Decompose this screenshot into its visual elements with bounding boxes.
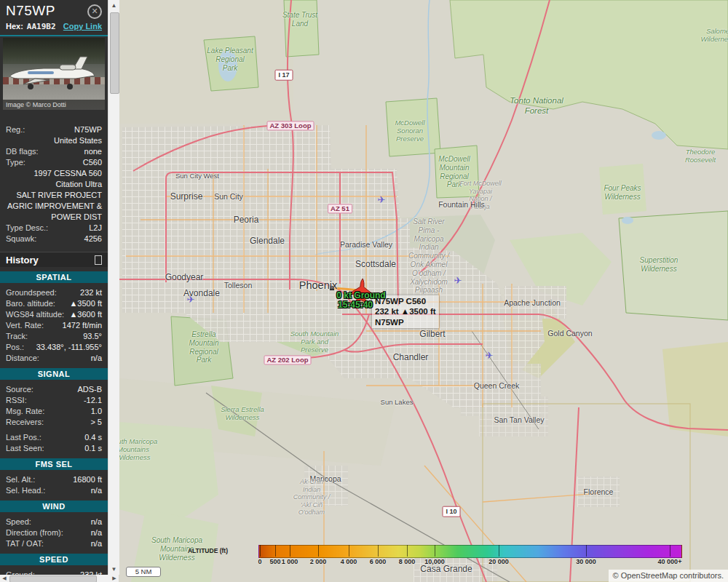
divider	[0, 35, 108, 36]
data-row: Ground:232 kt	[6, 570, 102, 575]
data-row: Speed:n/a	[6, 517, 102, 527]
row-value: 1.0	[91, 406, 102, 417]
data-row: RSSI:-12.1	[6, 395, 102, 406]
hex-value: AA19B2	[27, 22, 56, 31]
trail-label-speed: 0 kt Ground	[336, 290, 385, 300]
row-value: 232 kt	[80, 570, 102, 575]
map-scale-control: 5 NM	[126, 567, 161, 577]
section-header-speed: SPEED	[0, 554, 108, 565]
row-value: 1472 ft/min	[63, 320, 102, 331]
sidebar-vertical-scrollbar[interactable]: ▲ ▼	[108, 0, 119, 575]
data-row: WGS84 altitude:▲3600 ft	[6, 309, 102, 320]
history-label: History	[6, 255, 39, 266]
photo-credit: Image © Marco Dotti	[3, 100, 105, 110]
close-icon[interactable]: ✕	[87, 4, 102, 19]
data-row: Squawk:4256	[6, 234, 102, 244]
data-row: Last Seen:0.1 s	[6, 443, 102, 454]
row-label: WGS84 altitude:	[6, 309, 64, 320]
row-label: Receivers:	[6, 417, 44, 428]
section-rows: Ground:232 ktTrue:n/aIndicated:n/a	[0, 570, 108, 575]
section-rows: Sel. Alt.:16800 ftSel. Head.:n/a	[0, 474, 108, 496]
row-value: 93.5°	[83, 331, 102, 342]
map-attribution: © OpenStreetMap contributors.	[609, 570, 728, 582]
section-header-spatial: SPATIAL	[0, 271, 108, 283]
row-label: Ground:	[6, 570, 35, 575]
data-row: Type Desc.:L2J	[6, 223, 102, 234]
row-label: Sel. Head.:	[6, 485, 45, 496]
callout-line-3: N75WP	[375, 317, 436, 327]
trail-label-time: 15:45:40	[338, 300, 373, 310]
attribution-prefix: ©	[613, 571, 619, 580]
row-label: Vert. Rate:	[6, 320, 44, 331]
aircraft-photo[interactable]: Image © Marco Dotti	[3, 38, 105, 110]
map-canvas[interactable]: State Trust LandLake Pleasant Regional P…	[119, 0, 728, 582]
row-value: 16800 ft	[73, 474, 102, 485]
row-label: Squawk:	[6, 234, 36, 244]
data-row: DB flags:none	[6, 146, 102, 157]
data-row: SALT RIVER PROJECT AGRIC IMPROVEMENT & P…	[6, 190, 102, 223]
row-label: Source:	[6, 384, 33, 395]
scroll-up-icon[interactable]: ▲	[108, 0, 119, 11]
data-row: Groundspeed:232 kt	[6, 287, 102, 298]
row-value: ▲3500 ft	[69, 298, 102, 309]
row-value: none	[84, 146, 102, 157]
row-label: Last Pos.:	[6, 432, 41, 443]
horizontal-scroll-thumb[interactable]	[9, 575, 97, 582]
history-header[interactable]: History	[0, 252, 108, 267]
row-value: n/a	[91, 485, 102, 496]
section-header-fms-sel: FMS SEL	[0, 458, 108, 470]
row-label: Groundspeed:	[6, 287, 57, 298]
row-label: Reg.:	[6, 124, 25, 135]
openstreetmap-link[interactable]: OpenStreetMap	[621, 571, 678, 580]
row-value: ADS-B	[77, 384, 102, 395]
data-row: Last Pos.:0.4 s	[6, 432, 102, 443]
row-label: TAT / OAT:	[6, 538, 44, 549]
hex-row: Hex: AA19B2 Copy Link	[6, 22, 102, 31]
data-row: Vert. Rate:1472 ft/min	[6, 320, 102, 331]
row-value: United States	[54, 135, 102, 146]
data-row: Pos.:33.438°, -111.955°	[6, 342, 102, 353]
row-label: Type:	[6, 157, 25, 168]
section-rows: Source:ADS-BRSSI:-12.1Msg. Rate:1.0Recei…	[0, 384, 108, 454]
row-value: 0.4 s	[84, 432, 102, 443]
row-value: ▲3600 ft	[69, 309, 102, 320]
scroll-down-icon[interactable]: ▼	[108, 564, 119, 575]
telemetry-sections: SPATIALGroundspeed:232 ktBaro. altitude:…	[0, 271, 108, 575]
data-row: United States	[6, 135, 102, 146]
scroll-left-icon[interactable]: ◀	[0, 575, 9, 582]
row-value: C560	[83, 157, 102, 168]
aircraft-silhouette	[6, 54, 102, 92]
section-rows: Speed:n/aDirection (from):n/aTAT / OAT:n…	[0, 517, 108, 549]
aircraft-info-rows: Reg.:N75WPUnited StatesDB flags:noneType…	[0, 110, 108, 246]
row-label: Direction (from):	[6, 527, 63, 538]
vertical-scroll-thumb[interactable]	[110, 12, 119, 94]
row-label: Baro. altitude:	[6, 298, 55, 309]
section-header-wind: WIND	[0, 501, 108, 512]
row-value: L2J	[89, 223, 102, 234]
scroll-right-icon[interactable]: ▶	[110, 575, 119, 582]
sidebar-header: N75WP ✕ Hex: AA19B2 Copy Link	[0, 0, 108, 31]
copy-link-button[interactable]: Copy Link	[63, 22, 102, 31]
data-row: Direction (from):n/a	[6, 527, 102, 538]
row-value: 4256	[84, 234, 102, 244]
row-label: Pos.:	[6, 342, 24, 353]
row-label: Track:	[6, 331, 28, 342]
section-header-signal: SIGNAL	[0, 368, 108, 380]
row-label: Distance:	[6, 353, 39, 364]
attribution-suffix: contributors.	[679, 571, 724, 580]
data-row: Receivers:> 5	[6, 417, 102, 428]
sidebar-horizontal-scrollbar[interactable]: ◀ ▶	[0, 575, 119, 582]
map-base-layer	[119, 0, 728, 582]
row-value: 1997 CESSNA 560 Citation Ultra	[33, 168, 102, 190]
data-row: Type:C560	[6, 157, 102, 168]
data-row: Reg.:N75WP	[6, 124, 102, 135]
row-value: n/a	[91, 538, 102, 549]
row-value: N75WP	[74, 124, 102, 135]
row-value: 0.1 s	[84, 443, 102, 454]
data-row: Msg. Rate:1.0	[6, 406, 102, 417]
data-row: Track:93.5°	[6, 331, 102, 342]
popout-icon[interactable]	[95, 255, 102, 265]
data-row: 1997 CESSNA 560 Citation Ultra	[6, 168, 102, 190]
row-value: SALT RIVER PROJECT AGRIC IMPROVEMENT & P…	[7, 190, 102, 223]
row-value: 33.438°, -111.955°	[36, 342, 102, 353]
